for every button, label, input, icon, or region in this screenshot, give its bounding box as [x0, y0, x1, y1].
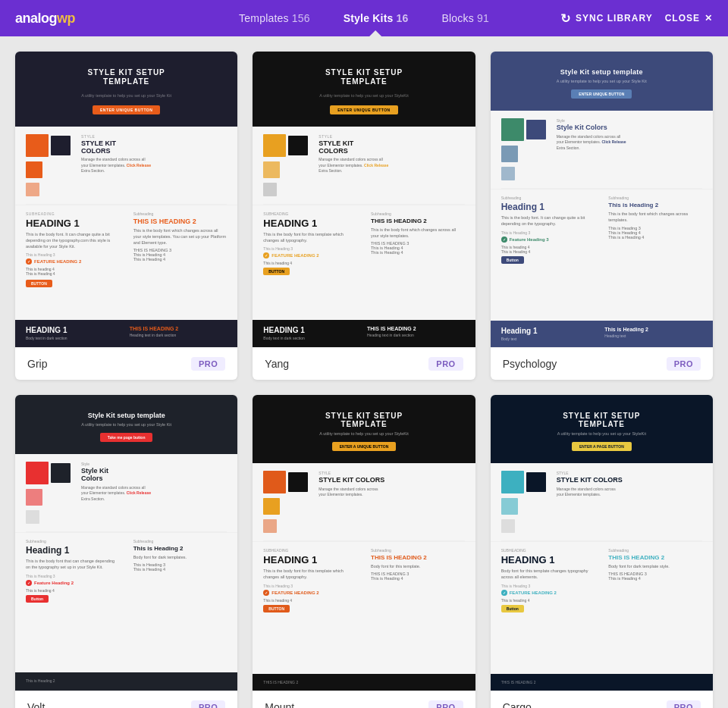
- sync-label: SYNC LIBRARY: [576, 13, 653, 23]
- card-volt-preview: Style Kit setup template A utility templ…: [15, 395, 237, 691]
- sync-library-button[interactable]: ↻ SYNC LIBRARY: [560, 11, 653, 26]
- card-grip-name: Grip: [27, 358, 47, 370]
- card-volt-badge: PRO: [191, 700, 225, 708]
- card-mount-footer: Mount PRO: [253, 691, 475, 708]
- nav-style-kits[interactable]: Style Kits 16: [327, 0, 425, 36]
- close-button[interactable]: CLOSE ✕: [665, 13, 713, 23]
- nav-style-kits-label: Style Kits: [344, 12, 394, 24]
- nav-blocks-label: Blocks: [441, 12, 473, 24]
- card-mount-name: Mount: [265, 701, 294, 708]
- card-yang-badge: PRO: [428, 357, 463, 371]
- card-cargo-badge: PRO: [667, 700, 701, 708]
- card-yang-preview: STYLE KIT SETUPTEMPLATE A utility templa…: [253, 52, 475, 347]
- card-grip-preview: STYLE KIT SETUPTEMPLATE A utility templa…: [15, 52, 237, 347]
- card-yang-footer: Yang PRO: [253, 347, 475, 380]
- card-mount-preview: STYLE KIT SETUPTEMPLATE A utility templa…: [253, 395, 475, 691]
- card-cargo-footer: Cargo PRO: [491, 691, 713, 708]
- card-cargo-preview: STYLE KIT SETUPTEMPLATE A utility templa…: [491, 395, 713, 691]
- header: analogwp Templates 156 Style Kits 16 Blo…: [0, 0, 728, 36]
- card-psychology-name: Psychology: [503, 358, 557, 370]
- card-volt-name: Volt: [27, 701, 45, 708]
- card-volt[interactable]: Style Kit setup template A utility templ…: [15, 395, 237, 708]
- templates-grid: STYLE KIT SETUPTEMPLATE A utility templa…: [0, 36, 728, 708]
- header-right: ↻ SYNC LIBRARY CLOSE ✕: [560, 11, 713, 26]
- card-psychology[interactable]: Style Kit setup template A utility templ…: [491, 52, 713, 380]
- card-yang[interactable]: STYLE KIT SETUPTEMPLATE A utility templa…: [253, 52, 475, 380]
- card-cargo-name: Cargo: [503, 701, 532, 708]
- logo: analogwp: [15, 11, 75, 27]
- card-mount[interactable]: STYLE KIT SETUPTEMPLATE A utility templa…: [253, 395, 475, 708]
- nav-templates[interactable]: Templates 156: [222, 0, 327, 36]
- card-psychology-preview: Style Kit setup template A utility templ…: [491, 52, 713, 347]
- main-nav: Templates 156 Style Kits 16 Blocks 91: [222, 0, 506, 36]
- card-grip-footer: Grip PRO: [15, 347, 237, 380]
- card-grip[interactable]: STYLE KIT SETUPTEMPLATE A utility templa…: [15, 52, 237, 380]
- nav-templates-label: Templates: [239, 12, 289, 24]
- nav-style-kits-count: 16: [396, 12, 408, 24]
- close-label: CLOSE: [665, 13, 700, 23]
- nav-templates-count: 156: [292, 12, 310, 24]
- card-psychology-footer: Psychology PRO: [491, 347, 713, 380]
- nav-blocks[interactable]: Blocks 91: [425, 0, 505, 36]
- close-icon: ✕: [704, 13, 713, 23]
- sync-icon: ↻: [560, 11, 571, 26]
- card-volt-footer: Volt PRO: [15, 691, 237, 708]
- card-cargo[interactable]: STYLE KIT SETUPTEMPLATE A utility templa…: [491, 395, 713, 708]
- card-grip-badge: PRO: [191, 357, 225, 371]
- nav-blocks-count: 91: [477, 12, 489, 24]
- card-psychology-badge: PRO: [667, 357, 701, 371]
- card-yang-name: Yang: [265, 358, 289, 370]
- card-mount-badge: PRO: [428, 700, 463, 708]
